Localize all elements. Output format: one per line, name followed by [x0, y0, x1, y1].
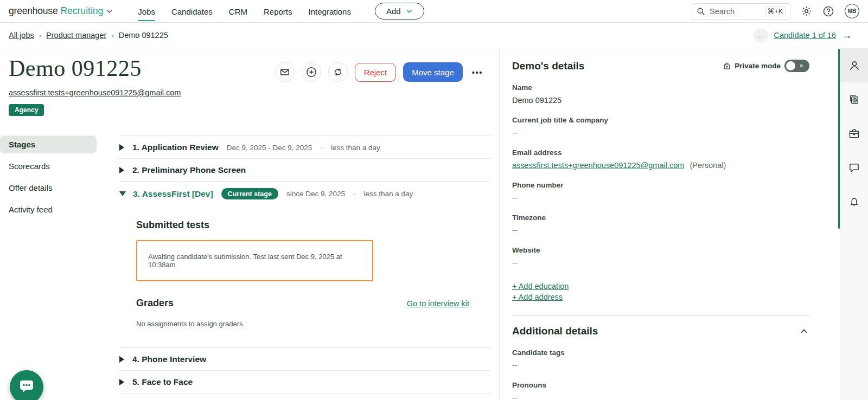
breadcrumb-all-jobs[interactable]: All jobs — [9, 31, 34, 40]
rail-tab-profile[interactable] — [840, 48, 868, 82]
expand-triangle-icon[interactable] — [119, 167, 124, 173]
documents-icon — [848, 93, 860, 106]
email-candidate-button[interactable] — [275, 62, 295, 82]
field-value: -- — [512, 393, 809, 400]
next-candidate-button[interactable]: → — [842, 30, 852, 41]
expand-triangle-icon[interactable] — [119, 379, 124, 385]
nav-item-crm[interactable]: CRM — [229, 1, 247, 21]
breadcrumb-separator: › — [39, 31, 41, 40]
stage-duration: less than a day — [363, 190, 413, 198]
sidebar-item-offer-details[interactable]: Offer details — [0, 179, 97, 197]
add-candidate-info-button[interactable] — [302, 62, 321, 82]
avatar-initials: MB — [848, 8, 857, 14]
go-to-interview-kit-link[interactable]: Go to interview kit — [407, 299, 469, 308]
sidebar-item-activity-feed[interactable]: Activity feed — [0, 201, 97, 218]
stage-title[interactable]: 3. AssessFirst [Dev] — [133, 189, 213, 199]
top-bar: greenhouse Recruiting Jobs Candidates CR… — [0, 0, 868, 23]
rail-tab-documents[interactable] — [840, 82, 868, 117]
stage-section-assessfirst: 3. AssessFirst [Dev] Current stage since… — [119, 182, 491, 348]
search-placeholder: Search — [710, 7, 761, 16]
collapse-section-button[interactable] — [799, 326, 809, 337]
detail-field-timezone: Timezone -- — [512, 214, 809, 235]
lock-icon — [723, 62, 731, 70]
expand-triangle-icon[interactable] — [119, 356, 124, 363]
stage-row-assessfirst[interactable]: 3. AssessFirst [Dev] Current stage since… — [119, 182, 491, 205]
nav-item-integrations[interactable]: Integrations — [309, 1, 351, 21]
stage-row-face-to-face[interactable]: 5. Face to Face — [119, 371, 491, 393]
reject-button[interactable]: Reject — [355, 63, 397, 82]
field-value: -- — [512, 361, 809, 370]
bell-icon — [848, 196, 860, 208]
field-value: -- — [512, 193, 809, 202]
email-type-suffix: (Personal) — [690, 161, 726, 170]
stage-row-application-review[interactable]: 1. Application Review Dec 9, 2025 - Dec … — [119, 136, 491, 159]
details-panel-title: Demo's details — [512, 60, 584, 72]
add-education-link[interactable]: + Add education — [512, 281, 569, 292]
toggle-knob — [786, 61, 795, 70]
help-button[interactable] — [822, 5, 834, 17]
field-value: Demo 091225 — [512, 96, 809, 105]
graders-heading: Graders — [136, 298, 174, 309]
field-label: Website — [512, 246, 809, 254]
candidate-pagination: ← Candidate 1 of 16 → — [754, 28, 859, 43]
person-icon — [848, 59, 861, 72]
candidate-email-link[interactable]: assessfirst.tests+greenhouse091225@gmail… — [9, 88, 181, 97]
private-mode-control: Private mode ✕ — [723, 60, 809, 72]
stage-title[interactable]: 2. Preliminary Phone Screen — [132, 165, 246, 175]
chevron-down-icon — [106, 8, 113, 15]
agency-badge: Agency — [9, 104, 44, 116]
comment-icon — [848, 162, 860, 174]
question-circle-icon — [822, 5, 834, 17]
arrow-left-icon: ← — [757, 31, 765, 40]
briefcase-icon — [848, 127, 860, 140]
user-avatar[interactable]: MB — [845, 4, 859, 18]
chat-bubble-icon — [18, 379, 35, 395]
cycle-arrows-icon — [333, 67, 343, 78]
private-mode-toggle[interactable]: ✕ — [784, 60, 809, 72]
greenhouse-logo[interactable]: greenhouse Recruiting — [9, 5, 113, 17]
chat-widget-button[interactable] — [10, 370, 43, 400]
sidebar-item-scorecards[interactable]: Scorecards — [0, 157, 97, 175]
add-button[interactable]: Add — [375, 3, 424, 20]
panel-scrollbar[interactable] — [838, 49, 840, 229]
chevron-up-icon — [800, 327, 808, 336]
detail-field-pronouns: Pronouns -- — [512, 381, 809, 400]
search-input[interactable]: Search ⌘+K — [692, 3, 790, 20]
move-stage-button[interactable]: Move stage — [403, 62, 463, 82]
more-actions-button[interactable]: ••• — [470, 68, 485, 77]
graders-header-row: Graders Go to interview kit — [136, 298, 491, 309]
nav-item-reports[interactable]: Reports — [264, 1, 292, 21]
stage-title[interactable]: 4. Phone Interview — [132, 354, 206, 364]
breadcrumb-job[interactable]: Product manager — [46, 31, 106, 40]
field-label: Current job title & company — [512, 116, 809, 124]
stage-title[interactable]: 1. Application Review — [132, 143, 219, 152]
candidate-pagination-link[interactable]: Candidate 1 of 16 — [774, 31, 836, 40]
field-value: -- — [512, 259, 809, 267]
chevron-down-icon — [406, 8, 413, 15]
sidebar-item-stages[interactable]: Stages — [0, 136, 97, 153]
dot-separator: · — [320, 144, 323, 152]
page-body: Demo 091225 Reject — [0, 48, 868, 400]
nav-item-candidates[interactable]: Candidates — [171, 1, 213, 21]
add-address-link[interactable]: + Add address — [512, 292, 563, 302]
collapse-triangle-icon[interactable] — [119, 191, 126, 196]
previous-candidate-button[interactable]: ← — [754, 28, 768, 43]
nav-item-jobs[interactable]: Jobs — [138, 1, 155, 21]
no-assignments-text: No assignments to assign graders. — [136, 320, 491, 328]
expand-triangle-icon[interactable] — [119, 144, 124, 151]
transfer-candidate-button[interactable] — [328, 62, 348, 82]
rail-tab-notifications[interactable] — [840, 185, 868, 219]
stage-row-preliminary-phone-screen[interactable]: 2. Preliminary Phone Screen — [119, 159, 491, 182]
rail-tab-jobs[interactable] — [840, 117, 868, 151]
candidate-name-title: Demo 091225 — [9, 57, 142, 80]
stage-row-phone-interview[interactable]: 4. Phone Interview — [119, 348, 491, 371]
private-mode-label: Private mode — [735, 62, 781, 70]
stage-title[interactable]: 5. Face to Face — [132, 377, 193, 387]
settings-button[interactable] — [801, 5, 812, 17]
stage-duration: less than a day — [331, 144, 380, 152]
rail-tab-comments[interactable] — [840, 151, 868, 185]
stage-since-date: since Dec 9, 2025 — [286, 190, 345, 198]
stage-row-reference-check[interactable]: 6. Reference Check — [119, 393, 491, 400]
panel-divider — [512, 315, 809, 316]
detail-email-link[interactable]: assessfirst.tests+greenhouse091225@gmail… — [512, 161, 684, 170]
